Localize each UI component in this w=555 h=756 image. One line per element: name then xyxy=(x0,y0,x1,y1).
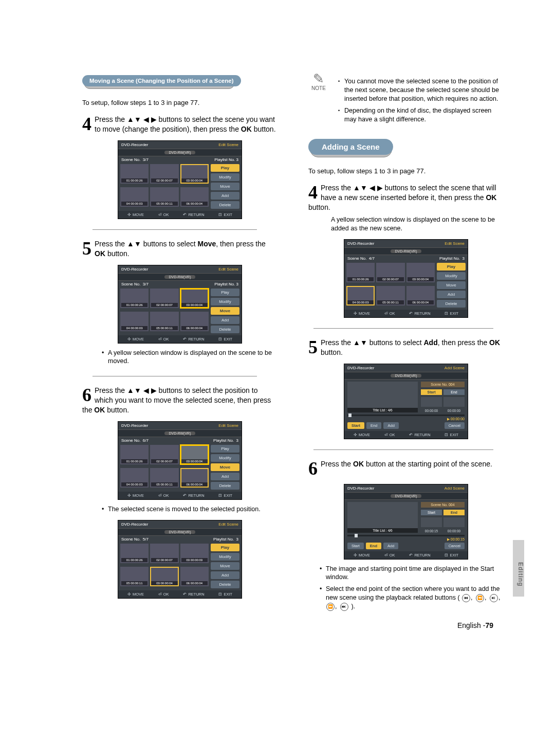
section-header-adding: Adding a Scene Adding a Scene xyxy=(308,139,393,155)
arrows-icon: ▲▼ xyxy=(127,240,141,248)
note-item: Depending on the kind of disc, the displ… xyxy=(338,106,504,124)
section-tab-editing: Editing xyxy=(513,540,524,597)
step6-note: The selected scene is moved to the selec… xyxy=(102,505,278,514)
separator xyxy=(92,376,257,376)
forward-icon: ⏩ xyxy=(326,603,335,611)
figure-edit-scene-4: DVD-RecorderEdit Scene DVD-RW(VR) Scene … xyxy=(82,520,278,599)
step-right-5: 5 Press the ▲▼ buttons to select Add, th… xyxy=(308,338,504,357)
arrows-icon: ▲▼ ◀ ▶ xyxy=(127,115,157,123)
step-left-6: 6 Press the ▲▼ ◀ ▶ buttons to select the… xyxy=(82,386,278,415)
page-footer: English -79 xyxy=(82,621,504,629)
rewind-icon: ⏪ xyxy=(476,594,484,602)
arrows-icon: ▲▼ ◀ ▶ xyxy=(353,184,383,192)
note-block: ✎ NOTE You cannot move the selected scen… xyxy=(308,72,504,129)
skip-fwd-icon: ⏭ xyxy=(340,603,348,611)
play-pause-icon: ⏯ xyxy=(490,594,498,602)
note-item: Select the end point of the section wher… xyxy=(320,585,504,611)
figure-add-scene-1: DVD-RecorderAdd Scene DVD-RW(VR) Title L… xyxy=(308,364,504,439)
section-header-moving: Moving a Scene (Changing the Position of… xyxy=(82,75,241,86)
separator xyxy=(313,328,493,329)
figure-edit-scene-add1: DVD-RecorderEdit Scene DVD-RW(VR) Scene … xyxy=(308,239,504,318)
separator xyxy=(92,229,257,230)
step-number: 4 xyxy=(82,115,91,133)
figure-edit-scene-1: DVD-RecorderEdit Scene DVD-RW(VR) Scene … xyxy=(82,140,278,219)
step-right-4: 4 Press the ▲▼ ◀ ▶ buttons to select the… xyxy=(308,183,504,212)
step4-subnote: A yellow selection window is displayed o… xyxy=(331,215,504,233)
setup-line-left: To setup, follow steps 1 to 3 in page 77… xyxy=(82,99,278,106)
figure-edit-scene-2: DVD-RecorderEdit Scene DVD-RW(VR) Scene … xyxy=(82,265,278,344)
arrows-icon: ▲▼ ◀ ▶ xyxy=(127,386,157,394)
note-icon: ✎ NOTE xyxy=(308,72,329,129)
step6-right-notes: The image and starting point time are di… xyxy=(320,565,504,611)
skip-back-icon: ⏮ xyxy=(462,594,470,602)
arrows-icon: ▲▼ xyxy=(353,338,367,347)
step-left-4: 4 Press the ▲▼ ◀ ▶ buttons to select the… xyxy=(82,115,278,134)
separator xyxy=(313,449,493,450)
figure-add-scene-2: DVD-RecorderAdd Scene DVD-RW(VR) Title L… xyxy=(308,484,504,560)
step-left-5: 5 Press the ▲▼ buttons to select Move, t… xyxy=(82,239,278,259)
figure-edit-scene-3: DVD-RecorderEdit Scene DVD-RW(VR) Scene … xyxy=(82,421,278,500)
note-item: You cannot move the selected scene to th… xyxy=(338,77,504,103)
step-right-6: 6 Press the OK button at the starting po… xyxy=(308,459,504,478)
setup-line-right: To setup, follow steps 1 to 3 in page 77… xyxy=(308,167,504,175)
step5-note: A yellow selection window is displayed o… xyxy=(102,349,278,366)
note-item: The image and starting point time are di… xyxy=(320,565,504,582)
